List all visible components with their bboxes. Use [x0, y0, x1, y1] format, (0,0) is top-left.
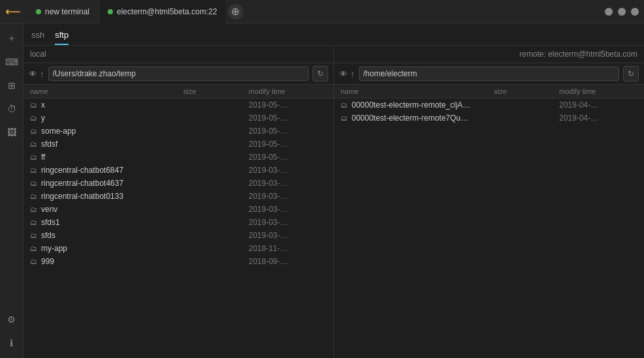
file-name-label: ringcentral-chatbot0133 [41, 192, 123, 201]
info-icon: ℹ [10, 338, 13, 348]
tab-dot [36, 9, 41, 14]
table-row[interactable]: 🗂 ff 2019-05-… [23, 151, 333, 164]
table-row[interactable]: 🗂 ringcentral-chatbot6847 2019-03-… [23, 164, 333, 177]
folder-icon: 🗂 [30, 245, 37, 252]
sidebar-files-icon[interactable]: ⊞ [2, 76, 22, 95]
file-mtime: 2018-11-… [249, 244, 327, 253]
minimize-button[interactable] [605, 8, 613, 16]
folder-icon: 🗂 [30, 231, 37, 239]
history-icon: ⏱ [7, 104, 16, 114]
file-name-label: 00000test-electerm-remote_cljA… [352, 100, 470, 110]
file-mtime: 2019-05-… [249, 127, 327, 136]
local-refresh-icon: ↻ [317, 69, 324, 78]
sidebar: ＋ ⌨ ⊞ ⏱ 🖼 ⚙ ℹ [0, 23, 23, 358]
local-eye-icon[interactable]: 👁 [29, 69, 37, 79]
remote-eye-icon[interactable]: 👁 [339, 69, 348, 79]
tab-new-terminal-label: new terminal [45, 7, 89, 16]
table-row[interactable]: 🗂 x 2019-05-… [23, 98, 333, 112]
local-panel-label: local [30, 50, 46, 59]
local-col-name: name [30, 87, 183, 95]
folder-icon: 🗂 [30, 127, 37, 135]
sidebar-history-icon[interactable]: ⏱ [2, 99, 22, 119]
table-row[interactable]: 🗂 999 2018-09-… [23, 255, 333, 268]
folder-icon: 🗂 [30, 101, 37, 109]
file-name-label: sfds1 [41, 218, 60, 227]
file-mtime: 2019-03-… [249, 166, 327, 175]
file-name-label: sfdsf [41, 140, 57, 149]
file-name-label: sfds [41, 231, 55, 240]
sidebar-info-icon[interactable]: ℹ [2, 333, 22, 353]
sidebar-settings-icon[interactable]: ⚙ [2, 310, 22, 329]
table-row[interactable]: 🗂 sfds1 2019-03-… [23, 216, 333, 229]
settings-icon: ⚙ [7, 314, 16, 325]
folder-icon: 🗂 [341, 114, 348, 122]
file-mtime: 2019-03-… [249, 192, 327, 201]
sidebar-gallery-icon[interactable]: 🖼 [2, 123, 22, 142]
app-logo: ⟵ [5, 5, 20, 18]
table-row[interactable]: 🗂 sfdsf 2019-05-… [23, 138, 333, 151]
local-file-list: 🗂 x 2019-05-… 🗂 y 2019-05-… 🗂 some-app 2… [23, 98, 333, 358]
remote-refresh-button[interactable]: ↻ [623, 66, 639, 82]
table-row[interactable]: 🗂 my-app 2018-11-… [23, 242, 333, 255]
table-row[interactable]: 🗂 00000test-electerm-remote_cljA… 2019-0… [334, 98, 644, 112]
remote-table-header: name size modify time [334, 85, 644, 98]
file-name-label: venv [41, 205, 57, 214]
tab-electerm[interactable]: electerm@html5beta.com:22 [100, 0, 225, 23]
local-refresh-button[interactable]: ↻ [313, 66, 328, 82]
folder-icon: 🗂 [30, 140, 37, 148]
mode-tabs: ssh sftp [23, 23, 644, 46]
file-mtime: 2019-04-… [559, 113, 637, 123]
remote-path-icons: 👁 ↑ [339, 69, 355, 79]
file-name-label: 00000test-electerm-remote7Qu… [352, 113, 468, 123]
table-row[interactable]: 🗂 sfds 2019-03-… [23, 229, 333, 242]
local-table-header: name size modify time [23, 85, 333, 98]
file-panels: local 👁 ↑ ↻ name size modify time 🗂 [23, 46, 644, 358]
table-row[interactable]: 🗂 00000test-electerm-remote7Qu… 2019-04-… [334, 112, 644, 125]
local-path-icons: 👁 ↑ [29, 69, 44, 79]
sidebar-terminal-icon[interactable]: ⌨ [2, 52, 22, 72]
local-up-icon[interactable]: ↑ [40, 69, 44, 79]
tab-new-terminal[interactable]: new terminal [28, 0, 97, 23]
tab-ssh[interactable]: ssh [31, 27, 44, 45]
file-mtime: 2019-05-… [249, 100, 327, 110]
file-mtime: 2019-03-… [249, 205, 327, 214]
folder-icon: 🗂 [30, 218, 37, 226]
table-row[interactable]: 🗂 y 2019-05-… [23, 112, 333, 125]
titlebar: ⟵ new terminal electerm@html5beta.com:22… [0, 0, 644, 23]
local-panel-header: local [23, 46, 333, 63]
table-row[interactable]: 🗂 some-app 2019-05-… [23, 125, 333, 138]
local-col-size: size [183, 87, 249, 95]
tab-sftp[interactable]: sftp [55, 27, 69, 45]
remote-path-bar: 👁 ↑ ↻ [334, 63, 644, 85]
file-name-label: some-app [41, 127, 76, 136]
tab-dot-active [108, 9, 113, 14]
file-name-label: x [41, 100, 45, 110]
folder-icon: 🗂 [30, 153, 37, 161]
file-mtime: 2019-04-… [559, 100, 637, 110]
remote-path-input[interactable] [359, 67, 620, 81]
local-col-mtime: modify time [249, 87, 327, 95]
local-path-input[interactable] [48, 67, 309, 81]
folder-icon: 🗂 [30, 166, 37, 174]
folder-icon: 🗂 [30, 192, 37, 200]
folder-icon: 🗂 [30, 205, 37, 213]
maximize-button[interactable] [618, 8, 626, 16]
remote-up-icon[interactable]: ↑ [350, 69, 355, 79]
gallery-icon: 🖼 [7, 127, 16, 138]
folder-icon: 🗂 [30, 179, 37, 187]
remote-col-name: name [341, 87, 494, 95]
file-mtime: 2019-05-… [249, 113, 327, 123]
add-tab-button[interactable]: ⊕ [228, 4, 243, 20]
sidebar-add-icon[interactable]: ＋ [2, 29, 22, 48]
close-button[interactable] [631, 8, 639, 16]
remote-panel-label: remote: electerm@html5beta.com [519, 50, 637, 59]
table-row[interactable]: 🗂 venv 2019-03-… [23, 203, 333, 216]
file-mtime: 2019-03-… [249, 231, 327, 240]
file-mtime: 2019-03-… [249, 218, 327, 227]
folder-icon: 🗂 [30, 258, 37, 265]
add-tab-icon: ⊕ [231, 5, 239, 18]
remote-refresh-icon: ↻ [628, 69, 634, 78]
table-row[interactable]: 🗂 ringcentral-chatbot4637 2019-03-… [23, 177, 333, 190]
table-row[interactable]: 🗂 ringcentral-chatbot0133 2019-03-… [23, 190, 333, 203]
local-path-bar: 👁 ↑ ↻ [23, 63, 333, 85]
